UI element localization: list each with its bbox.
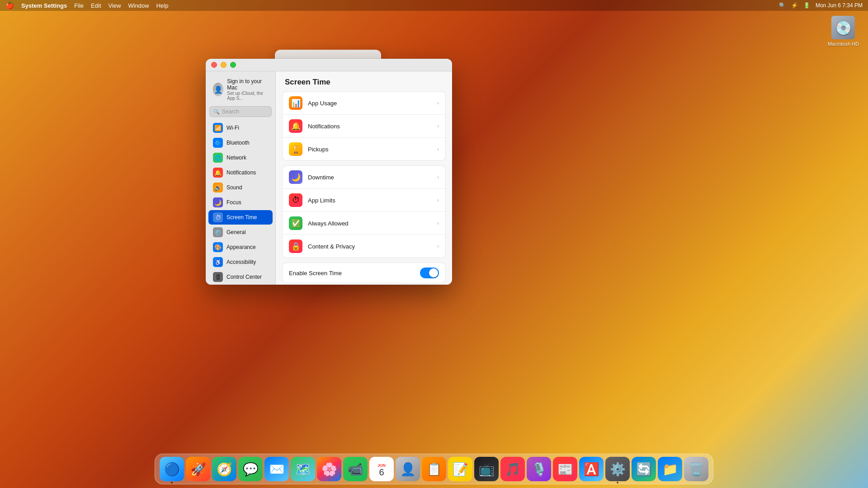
appearance-icon: 🎨 — [213, 242, 223, 252]
dock-appstore[interactable]: 🅰️ — [579, 457, 604, 481]
account-sub: Set up iCloud, the App S... — [227, 91, 268, 101]
reminders-icon: 📋 — [426, 462, 442, 477]
apple-menu[interactable]: 🍎 — [5, 1, 14, 9]
dock-notes[interactable]: 📝 — [448, 457, 472, 481]
always-allowed-label: Always Allowed — [308, 220, 432, 227]
sidebar-account[interactable]: 👤 Sign in to your Mac Set up iCloud, the… — [208, 75, 273, 103]
always-allowed-icon: ✅ — [289, 216, 302, 230]
downtime-label: Downtime — [308, 174, 432, 181]
setting-row-pickups[interactable]: 🏆 Pickups › — [283, 138, 445, 160]
trash-icon: 🗑️ — [689, 462, 704, 477]
dock-trash[interactable]: 🗑️ — [684, 457, 708, 481]
search-input[interactable] — [222, 108, 268, 115]
section-group-top: 📊 App Usage › 🔔 Notifications › 🏆 Pickup… — [282, 91, 446, 161]
enable-screen-time-toggle[interactable] — [420, 267, 439, 278]
dock-finder[interactable]: 🔵 — [160, 457, 184, 481]
app-usage-icon: 📊 — [289, 96, 302, 110]
sidebar-label-control-center: Control Center — [226, 274, 262, 280]
app-name[interactable]: System Settings — [21, 2, 67, 9]
window-titlebar — [206, 59, 452, 71]
sidebar-item-general[interactable]: ⚙️ General — [208, 225, 273, 239]
dock-music[interactable]: 🎵 — [500, 457, 525, 481]
menubar-controlcenter-icon[interactable]: ⚡ — [791, 2, 798, 9]
safari-icon: 🧭 — [217, 462, 232, 477]
dock-mail[interactable]: ✉️ — [264, 457, 289, 481]
dock-system-settings[interactable]: ⚙️ — [605, 457, 630, 481]
notifications-icon: 🔔 — [289, 119, 302, 133]
menu-window[interactable]: Window — [128, 2, 149, 9]
dock-contacts[interactable]: 👤 — [396, 457, 420, 481]
dock-reminders[interactable]: 📋 — [422, 457, 446, 481]
menu-edit[interactable]: Edit — [91, 2, 101, 9]
sidebar-item-wifi[interactable]: 📶 Wi-Fi — [208, 121, 273, 135]
minimize-button[interactable] — [221, 62, 226, 68]
notifications-chevron: › — [437, 123, 439, 129]
general-icon: ⚙️ — [213, 227, 223, 237]
dock-podcasts[interactable]: 🎙️ — [527, 457, 551, 481]
dock-news[interactable]: 📰 — [553, 457, 577, 481]
menubar-search-icon[interactable]: 🔍 — [779, 2, 786, 9]
sidebar-item-focus[interactable]: 🌙 Focus — [208, 195, 273, 210]
setting-row-notifications[interactable]: 🔔 Notifications › — [283, 115, 445, 138]
dock-transloader[interactable]: 🔄 — [632, 457, 656, 481]
content-privacy-chevron: › — [437, 243, 439, 249]
sidebar-item-notifications[interactable]: 🔔 Notifications — [208, 165, 273, 180]
setting-row-app-limits[interactable]: ⏱ App Limits › — [283, 189, 445, 212]
menu-view[interactable]: View — [108, 2, 121, 9]
dock-maps[interactable]: 🗺️ — [291, 457, 315, 481]
content-privacy-icon: 🔒 — [289, 239, 302, 253]
setting-row-downtime[interactable]: 🌙 Downtime › — [283, 166, 445, 189]
setting-row-app-usage[interactable]: 📊 App Usage › — [283, 92, 445, 115]
dock-launchpad[interactable]: 🚀 — [186, 457, 210, 481]
bluetooth-icon: 🔷 — [213, 138, 223, 148]
network-icon: 🌐 — [213, 153, 223, 163]
control-center-icon: 🎛 — [213, 272, 223, 282]
search-icon: 🔍 — [213, 109, 220, 115]
sidebar-item-control-center[interactable]: 🎛 Control Center — [208, 270, 273, 284]
sidebar-label-screen-time: Screen Time — [226, 214, 257, 221]
calendar-day: 6 — [379, 468, 384, 477]
sidebar-item-bluetooth[interactable]: 🔷 Bluetooth — [208, 136, 273, 150]
sidebar-label-wifi: Wi-Fi — [226, 125, 239, 131]
setting-row-always-allowed[interactable]: ✅ Always Allowed › — [283, 212, 445, 235]
maximize-button[interactable] — [230, 62, 236, 68]
sidebar-item-appearance[interactable]: 🎨 Appearance — [208, 240, 273, 254]
macintosh-hd-icon[interactable]: 💿 Macintosh HD — [828, 16, 859, 47]
transloader-icon: 🔄 — [636, 462, 652, 477]
sidebar-item-sound[interactable]: 🔊 Sound — [208, 180, 273, 195]
search-bar[interactable]: 🔍 — [209, 106, 272, 117]
dock-files[interactable]: 📁 — [658, 457, 682, 481]
account-avatar: 👤 — [213, 83, 223, 96]
close-button[interactable] — [211, 62, 217, 68]
setting-row-content-privacy[interactable]: 🔒 Content & Privacy › — [283, 235, 445, 258]
contacts-icon: 👤 — [400, 462, 416, 477]
sidebar-item-screen-time[interactable]: ⏱ Screen Time — [208, 210, 273, 225]
sidebar-label-general: General — [226, 229, 246, 235]
menu-help[interactable]: Help — [156, 2, 169, 9]
sidebar-label-appearance: Appearance — [226, 244, 256, 250]
pickups-label: Pickups — [308, 146, 432, 153]
launchpad-icon: 🚀 — [190, 462, 206, 477]
system-settings-dot — [617, 482, 618, 483]
app-limits-icon: ⏱ — [289, 193, 302, 207]
sidebar-item-accessibility[interactable]: ♿ Accessibility — [208, 255, 273, 269]
sidebar-item-network[interactable]: 🌐 Network — [208, 150, 273, 165]
dock-appletv[interactable]: 📺 — [474, 457, 499, 481]
files-icon: 📁 — [662, 462, 678, 477]
dock-safari[interactable]: 🧭 — [212, 457, 236, 481]
enable-screen-time-row: Enable Screen Time — [282, 263, 446, 283]
section-group-middle: 🌙 Downtime › ⏱ App Limits › ✅ Always All… — [282, 165, 446, 258]
toggle-knob — [429, 268, 438, 277]
dock-facetime[interactable]: 📹 — [343, 457, 368, 481]
finder-icon: 🔵 — [164, 462, 180, 477]
dock-calendar[interactable]: JUN 6 — [369, 457, 394, 481]
app-limits-label: App Limits — [308, 197, 432, 204]
dock-photos[interactable]: 🌸 — [317, 457, 341, 481]
dock-messages[interactable]: 💬 — [238, 457, 263, 481]
main-panel: Screen Time 📊 App Usage › 🔔 Notification… — [276, 71, 452, 285]
menu-file[interactable]: File — [74, 2, 84, 9]
notes-icon: 📝 — [453, 462, 468, 477]
account-name: Sign in to your Mac — [227, 78, 268, 91]
menubar: 🍎 System Settings File Edit View Window … — [0, 0, 868, 11]
sidebar-label-accessibility: Accessibility — [226, 259, 256, 265]
